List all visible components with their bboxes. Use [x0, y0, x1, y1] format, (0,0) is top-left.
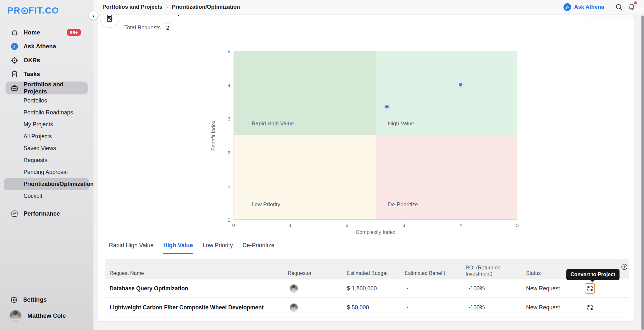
- row-actions: [580, 298, 600, 317]
- subitem-label: Portfolio Roadmaps: [24, 109, 73, 116]
- subitem-label: Pending Approval: [24, 169, 68, 176]
- breadcrumb-item-prioritization-optimization[interactable]: Prioritization/Optimization: [172, 4, 240, 10]
- athena-avatar-icon[interactable]: [563, 3, 572, 11]
- roi-cell: -100%: [468, 304, 485, 311]
- briefcase-icon: [11, 84, 18, 92]
- sidebar-subitem-cockpit[interactable]: Cockpit: [0, 190, 93, 202]
- app-window: PRFIT.CO Home 99+ Ask Athena OKRs: [0, 0, 644, 330]
- sidebar: PRFIT.CO Home 99+ Ask Athena OKRs: [0, 0, 93, 330]
- request-name-cell[interactable]: Database Query Optimization: [110, 285, 188, 292]
- sidebar-item-tasks[interactable]: Tasks: [0, 67, 93, 81]
- sidebar-subitem-all-projects[interactable]: All Projects: [0, 131, 93, 142]
- tooltip-anchor-dotted-line: [561, 283, 630, 283]
- convert-to-project-button-highlighted[interactable]: [585, 283, 595, 294]
- quadrant-label: Low Priority: [252, 201, 280, 208]
- sidebar-subitem-portfolios[interactable]: Portfolios: [0, 95, 93, 107]
- budget-cell: $ 50,000: [347, 304, 369, 311]
- scatter-point[interactable]: [385, 104, 389, 109]
- x-tick-label: 2: [346, 222, 348, 228]
- requests-table: Request Name Requestor Estimated Budget …: [105, 259, 629, 317]
- sidebar-item-label: Settings: [23, 296, 47, 303]
- ask-athena-link[interactable]: Ask Athena: [574, 4, 604, 10]
- requestor-avatar[interactable]: [290, 284, 298, 293]
- vertical-scrollbar[interactable]: [641, 15, 644, 330]
- roi-cell: -100%: [468, 285, 485, 292]
- col-requestor: Requestor: [288, 270, 312, 276]
- status-cell: New Request: [526, 285, 560, 292]
- y-tick-label: 5: [228, 49, 230, 54]
- benefit-cell: -: [407, 285, 409, 292]
- y-tick-label: 2: [228, 150, 230, 155]
- logo-text-pre: PR: [7, 6, 21, 16]
- requestor-avatar[interactable]: [290, 303, 298, 312]
- user-menu[interactable]: Matthew Cole: [0, 307, 93, 325]
- user-name: Matthew Cole: [27, 312, 66, 319]
- col-request-name: Request Name: [110, 270, 144, 276]
- tabs-divider: [107, 254, 625, 254]
- scatter-point[interactable]: [458, 82, 463, 87]
- subitem-label: Prioritization/Optimization: [24, 181, 94, 188]
- target-logo-icon: [21, 7, 28, 14]
- col-estimated-budget: Estimated Budget: [347, 270, 388, 276]
- topbar-actions: Ask Athena: [563, 0, 636, 14]
- request-document-icon: [105, 15, 114, 23]
- sidebar-subitem-requests[interactable]: Requests: [0, 154, 93, 166]
- y-tick-label: 4: [228, 82, 230, 88]
- sidebar-item-settings[interactable]: Settings: [0, 293, 93, 307]
- convert-to-project-icon[interactable]: [587, 304, 593, 311]
- brand-logo[interactable]: PRFIT.CO: [7, 6, 59, 16]
- sidebar-item-label: Ask Athena: [24, 43, 56, 50]
- total-requests-label: Total Requests: [124, 24, 160, 31]
- tab-de-prioritize[interactable]: De-Prioritize: [243, 242, 274, 254]
- clipboard-check-icon: [11, 70, 18, 78]
- user-avatar: [9, 310, 22, 322]
- search-icon[interactable]: [615, 3, 623, 11]
- sidebar-item-home[interactable]: Home 99+: [0, 25, 93, 39]
- notifications-bell-icon[interactable]: [628, 3, 636, 11]
- sidebar-subitem-prioritization-optimization[interactable]: Prioritization/Optimization: [4, 178, 89, 190]
- table-row[interactable]: Database Query Optimization $ 1,800,000 …: [105, 279, 629, 298]
- total-requests-value: 2: [164, 24, 171, 32]
- x-tick-label: 0: [232, 222, 235, 228]
- y-ticks: 012345: [221, 51, 230, 220]
- request-name-cell[interactable]: Lightweight Carbon Fiber Composite Wheel…: [110, 304, 264, 311]
- sidebar-subitem-portfolio-roadmaps[interactable]: Portfolio Roadmaps: [0, 107, 93, 119]
- sidebar-collapse-button[interactable]: ‹: [89, 11, 98, 20]
- sidebar-item-label: OKRs: [24, 57, 40, 64]
- partially-visible-button[interactable]: [583, 15, 634, 18]
- subitem-label: Portfolios: [24, 97, 47, 104]
- x-ticks: 012345: [234, 222, 517, 228]
- notification-count-badge: 99+: [67, 29, 81, 36]
- target-icon: [11, 56, 18, 64]
- x-tick-label: 3: [402, 222, 405, 228]
- quadrant-tabs: Rapid High Value High Value Low Priority…: [109, 242, 274, 254]
- status-cell: New Request: [526, 304, 560, 311]
- add-column-icon[interactable]: [621, 263, 628, 270]
- budget-cell: $ 1,800,000: [347, 285, 377, 292]
- home-icon: [11, 29, 18, 36]
- tab-rapid-high-value[interactable]: Rapid High Value: [109, 242, 154, 254]
- sidebar-item-label: Portfolios and Projects: [24, 81, 84, 95]
- breadcrumb-item-portfolios-and-projects[interactable]: Portfolios and Projects: [102, 4, 162, 10]
- sidebar-item-portfolios-and-projects[interactable]: Portfolios and Projects: [5, 82, 88, 94]
- y-tick-label: 1: [228, 183, 230, 189]
- sidebar-subitem-my-projects[interactable]: My Projects: [0, 119, 93, 131]
- sidebar-item-performance[interactable]: Performance: [0, 207, 93, 220]
- tab-high-value[interactable]: High Value: [163, 242, 193, 254]
- y-axis-title: Benefit Index: [210, 51, 217, 220]
- sidebar-item-ask-athena[interactable]: Ask Athena: [0, 39, 93, 53]
- y-tick-label: 3: [228, 116, 230, 121]
- sidebar-subitem-saved-views[interactable]: Saved Views: [0, 142, 93, 154]
- subitem-label: All Projects: [24, 133, 52, 140]
- content-card: Prioritization/Optimization Total Reques…: [98, 15, 634, 321]
- tab-low-priority[interactable]: Low Priority: [203, 242, 233, 254]
- subitem-label: Saved Views: [24, 145, 56, 152]
- requests-summary-icon-circle: [100, 15, 119, 28]
- table-row[interactable]: Lightweight Carbon Fiber Composite Wheel…: [105, 298, 629, 317]
- sidebar-item-label: Performance: [24, 210, 60, 217]
- sidebar-subitem-pending-approval[interactable]: Pending Approval: [0, 166, 93, 178]
- breadcrumb: Portfolios and Projects › Prioritization…: [102, 0, 240, 14]
- quadrant-label: Rapid High Value: [252, 121, 294, 127]
- sidebar-item-okrs[interactable]: OKRs: [0, 53, 93, 67]
- sidebar-bottom-section: Settings Matthew Cole: [0, 292, 93, 325]
